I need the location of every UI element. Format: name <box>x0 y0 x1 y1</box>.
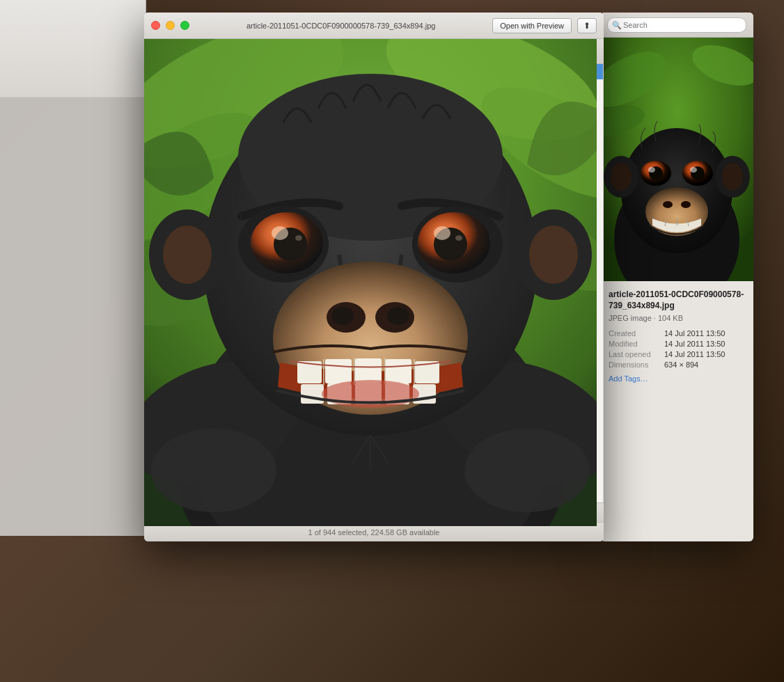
share-action-button[interactable]: ⬆ <box>556 44 574 59</box>
sidebar-item-documents[interactable]: 📄 Documents <box>147 160 276 175</box>
tag-button[interactable]: 🏷 <box>579 44 597 59</box>
sidebar-item-movies[interactable]: 🎬 Movies <box>147 252 276 267</box>
col3-file-item[interactable]: 🖼 Beckk.bmp <box>544 401 603 416</box>
bc-pictures[interactable]: 📁 Pictures <box>275 508 312 517</box>
col3-file-item[interactable]: 📄 beckump <box>544 386 603 401</box>
column-view-button[interactable]: ||| <box>224 45 239 58</box>
maximize-button[interactable] <box>180 21 189 30</box>
col1-item-applications[interactable]: 📁 Applications › <box>280 64 418 79</box>
col1-item-tmp[interactable]: 📁 tmp <box>280 294 418 309</box>
sidebar-item-desktop[interactable]: 🖥 Desktop <box>147 145 276 160</box>
sidebar-item-airdrop[interactable]: 📡 AirDrop <box>147 114 276 129</box>
sidebar-item-library[interactable]: 📚 Library <box>147 221 276 237</box>
col1-item-log[interactable]: 📁 log <box>280 202 418 217</box>
col3-file-item[interactable]: 🖼 background.tif <box>544 447 603 462</box>
col3-file-item[interactable]: 🖼 alyzeetw2.gif <box>544 171 603 187</box>
share-button[interactable]: ⬆ <box>577 18 597 33</box>
col3-file-item[interactable]: 🖼 ndersBehøringBreivik.jpg <box>544 202 603 217</box>
sidebar-item-hay[interactable]: 🏠 hay <box>147 99 276 114</box>
bc-general[interactable]: 📁 General <box>317 508 354 517</box>
icon-view-button[interactable]: ⊞ <box>190 45 205 58</box>
close-button[interactable] <box>151 21 160 30</box>
arrange-button[interactable]: ⚙▾ <box>262 45 283 58</box>
col3-file-item[interactable]: 🖼 Alusta_bca...jpg <box>544 156 603 171</box>
folder-icon: 📷 <box>425 112 436 123</box>
sidebar-item-downloads[interactable]: ⬇ Downloads <box>147 175 276 191</box>
col1-item-movies[interactable]: 📁 Movies <box>280 217 418 232</box>
col2-item-heritage[interactable]: 📁 Heritage <box>419 95 544 110</box>
col2-item-general[interactable]: 📁 General <box>419 79 544 95</box>
sidebar-item-projecten[interactable]: 📁 Projecten <box>147 298 276 313</box>
col1-item-downloads[interactable]: 📁 Downloads <box>280 141 418 156</box>
col2-item-fotos[interactable]: 📁 Fotos › <box>419 64 544 79</box>
col3-file-item[interactable]: 🖼 alessia-tos...24x1024.jpg <box>544 95 603 110</box>
col1-item-documents[interactable]: 📄 Documents <box>280 125 418 141</box>
col1-item-public[interactable]: 📁 Public <box>280 278 418 294</box>
col3-file-item[interactable]: 🖼 andr_jenna...10-20.gif <box>544 217 603 232</box>
col3-file-item[interactable]: 🖼 Amai.JPG <box>544 187 603 202</box>
search-input[interactable] <box>607 17 746 33</box>
sidebar-item-public[interactable]: 📁 Public <box>147 313 276 328</box>
sidebar-item-mp3[interactable]: 📁 MP3 <box>147 390 276 405</box>
col3-file-item[interactable]: 🖼 apple_evolution.jpg <box>544 232 603 248</box>
sidebar-item-dropbox2[interactable]: 📦 Dropbox <box>147 191 276 206</box>
col1-item-dev[interactable]: 📁 dev <box>280 110 418 125</box>
list-view-button[interactable]: ≡ <box>207 45 222 58</box>
col1-item-projecten[interactable]: 📁 Projecten <box>280 263 418 278</box>
sidebar-item-remote-disc[interactable]: 💿 Remote Disc <box>147 419 276 434</box>
col3-file-item[interactable]: 🖼 alessia-to...4x1024.jpg <box>544 110 603 125</box>
col2-item-photo-booth-library[interactable]: 📷 Photo Booth Library <box>419 110 544 125</box>
sidebar-item-pictures[interactable]: 🖼 Pictures <box>147 283 276 298</box>
sidebar-item-kantoor[interactable]: 🖥 kantoor <box>147 448 276 463</box>
sidebar-item-tmp[interactable]: 📁 tmp <box>147 328 276 344</box>
col3-file-item[interactable]: 🖼 article-...994x556.jpg <box>544 278 603 294</box>
col3-file-item[interactable]: 🖼 article-...39x394.jpg <box>544 294 603 309</box>
col1-item-dropbox[interactable]: 📦 Dropbox <box>280 156 418 171</box>
sidebar-item-label: avans <box>171 362 193 372</box>
bc-macintosh-hd[interactable]: 💻 Macintosh HD <box>151 508 207 517</box>
col1-item-data[interactable]: 📁 Data <box>280 79 418 95</box>
open-with-preview-button[interactable]: Open with Preview <box>492 18 572 33</box>
cover-view-button[interactable]: ⊡ <box>240 45 256 58</box>
col3-file-item[interactable]: 🖼 asd2000.JPG <box>544 324 603 340</box>
sidebar-item-avans[interactable]: 📁 avans <box>147 359 276 374</box>
col3-file-item[interactable]: 🖼 background.gif <box>544 431 603 447</box>
bc-file[interactable]: 🖼 article-2011051-0CDC0F09000578-739_634… <box>359 509 508 517</box>
col3-file-item[interactable]: 🖼 Arlet_computer.png <box>544 125 603 141</box>
forward-button[interactable]: › <box>168 45 183 58</box>
add-tags-link[interactable]: Add Tags… <box>609 374 745 383</box>
sidebar-item-dropbox[interactable]: 📦 Dropbox <box>147 84 276 99</box>
bc-users[interactable]: 📁 Users <box>212 508 242 517</box>
bc-hay[interactable]: 🏠 hay <box>247 508 270 517</box>
sidebar-item-label: Documents <box>171 163 213 173</box>
col3-file-item[interactable]: 🖼 ARKV-ProtAAI053.jpg <box>544 248 603 263</box>
col3-file-item[interactable]: 🖼 articles-55...finger.jpeg <box>544 309 603 324</box>
col1-item-music[interactable]: 📁 Music <box>280 232 418 248</box>
sidebar-item-htdocs[interactable]: 📁 htdocs <box>147 206 276 221</box>
col3-file-item[interactable]: 🖼 BODM2xaGtAAeHJy.jpg <box>544 370 603 386</box>
sidebar-item-projecten2[interactable]: 📁 Projecten <box>147 374 276 390</box>
sidebar-item-git[interactable]: 📁 git <box>147 344 276 359</box>
col3-file-item[interactable]: 🖼 allison-jenny.jpg <box>544 141 603 156</box>
dimensions-label: Dimensions <box>609 360 664 369</box>
sidebar-item-applications[interactable]: 🔲 Applications <box>147 129 276 145</box>
action-button[interactable]: ⚙▾ <box>534 44 552 59</box>
col3-file-item[interactable]: 🖼 avatardruk.jpg <box>544 355 603 370</box>
col3-file-item[interactable]: 🖼 Albino_Family.jpg <box>544 79 603 95</box>
col1-item-library[interactable]: 📁 Library <box>280 187 418 202</box>
col1-item-pictures[interactable]: 📁 Pictures <box>280 248 418 263</box>
col1-item-htdocs[interactable]: 📁 htdocs <box>280 171 418 187</box>
col3-file-item[interactable]: 🖼 ballon_big.png <box>544 493 603 502</box>
col3-file-item[interactable]: 🖼 bacon2.jpeg <box>544 462 603 477</box>
col3-file-item[interactable]: 🖼 AD02310.jpg <box>544 64 603 79</box>
folder-icon: 📁 <box>285 265 297 276</box>
sidebar-item-music[interactable]: 🎵 Music <box>147 267 276 283</box>
col3-file-item[interactable]: 📄 avatar80x100.jp3 <box>544 340 603 355</box>
col3-file-item[interactable]: 📄 Background <box>544 416 603 431</box>
col3-file-item[interactable]: 🖼 BaGklFGlcAAeOpA.jpg <box>544 477 603 493</box>
col1-item-desktop[interactable]: 📁 Desktop <box>280 95 418 110</box>
back-button[interactable]: ‹ <box>151 45 166 58</box>
col3-file-item[interactable]: 🖼 atlanta_hoes.JPG <box>544 263 603 278</box>
sidebar-item-log[interactable]: 📁 log <box>147 237 276 252</box>
minimize-button[interactable] <box>166 21 175 30</box>
